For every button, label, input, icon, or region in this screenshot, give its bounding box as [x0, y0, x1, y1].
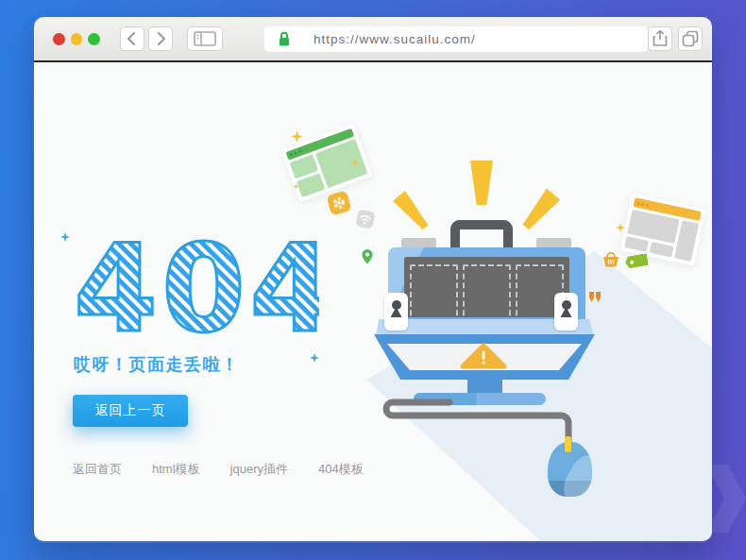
minimize-window-button[interactable] — [71, 33, 83, 45]
copy-icon — [679, 27, 702, 50]
zoom-window-button[interactable] — [88, 33, 100, 45]
share-icon — [649, 27, 671, 50]
lock-icon — [276, 30, 293, 48]
address-bar[interactable]: https://www.sucailu.com/ — [264, 26, 648, 52]
browser-window: https://www.sucailu.com/ — [34, 17, 712, 543]
sidebar-toggle-button[interactable] — [187, 26, 223, 51]
close-window-button[interactable] — [53, 33, 65, 45]
browser-toolbar: https://www.sucailu.com/ — [34, 17, 712, 62]
back-button[interactable] — [120, 26, 144, 51]
url-text: https://www.sucailu.com/ — [314, 32, 476, 46]
monitor-base-and-cable — [34, 62, 712, 541]
mouse-wheel — [565, 436, 571, 452]
page-content: 404 哎呀！页面走丢啦！ 返回上一页 返回首页 html模板 jquery插件… — [34, 62, 712, 541]
forward-button[interactable] — [148, 26, 173, 51]
share-button[interactable] — [648, 26, 672, 51]
sidebar-icon — [191, 28, 219, 49]
back-icon — [121, 27, 144, 50]
forward-icon — [149, 27, 172, 50]
background-chevron-decoration — [706, 465, 746, 533]
tabs-overview-button[interactable] — [678, 26, 703, 51]
